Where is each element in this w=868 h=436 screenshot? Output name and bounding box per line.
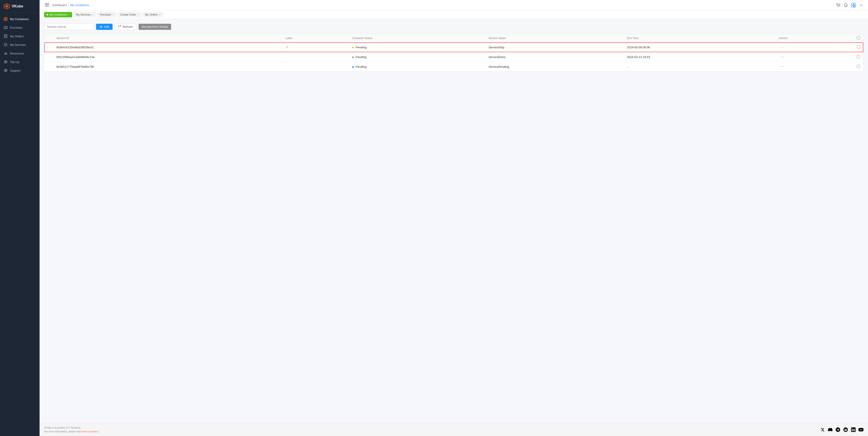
reddit-icon[interactable] <box>843 427 848 432</box>
sidebar-item-my-services[interactable]: My Services <box>0 40 39 49</box>
edit-icon-1[interactable] <box>285 46 289 49</box>
footer-line2: For more information, please visit www.v… <box>44 430 98 434</box>
row-container-status-2: Pending <box>349 52 485 62</box>
sidebar-item-resources[interactable]: Resources <box>0 49 39 58</box>
row-container-status-1: Pending <box>349 42 485 52</box>
tab-close-create-order[interactable]: × <box>137 13 139 16</box>
sidebar-item-label-my-containers: My Containers <box>10 18 29 21</box>
table-row: › 663b4c6235e98a53853fecf1 <box>44 42 863 52</box>
row-expand-cell: › <box>44 42 53 52</box>
sidebar-item-purchase[interactable]: Purchase <box>0 23 39 32</box>
row-expander-3[interactable]: › <box>48 66 50 68</box>
youtube-icon[interactable] <box>859 427 864 432</box>
footer-line1: VKube is a product of V Systems <box>44 426 98 430</box>
discord-icon[interactable] <box>828 427 833 432</box>
add-button[interactable]: Add <box>96 24 113 30</box>
row-expander-2[interactable]: › <box>48 56 50 59</box>
footer-link[interactable]: www.v.systems <box>82 430 98 433</box>
svg-rect-16 <box>854 3 856 5</box>
tab-close-purchase[interactable]: × <box>113 13 114 16</box>
telegram-icon[interactable] <box>835 427 840 432</box>
sidebar-item-label-my-services: My Services <box>10 43 26 46</box>
svg-rect-4 <box>6 18 7 19</box>
table-row: › 65f12098ea414a69d646c13e - Pending Ser… <box>44 52 863 62</box>
row-service-id-2: 65f12098ea414a69d646c13e <box>53 52 282 62</box>
sidebar-item-label-top-up: Top Up <box>10 60 19 64</box>
svg-rect-15 <box>851 3 853 5</box>
status-dot-gray-2 <box>352 57 354 58</box>
sidebar-item-support[interactable]: Support <box>0 66 39 75</box>
row-expander-1[interactable]: › <box>48 46 50 49</box>
service-secret-input[interactable] <box>44 24 94 30</box>
row-service-id-1: 663b4c6235e98a53853fecf1 <box>53 42 282 52</box>
row-checkbox-cell-1 <box>854 42 863 52</box>
row-service-id-3: 663b511775dadf97fdd5e796 <box>53 62 282 72</box>
tab-my-orders[interactable]: My Orders × <box>143 12 163 18</box>
breadcrumb-separator: / <box>68 3 69 7</box>
tab-my-containers[interactable]: My Containers × <box>44 12 72 18</box>
services-icon <box>4 43 8 47</box>
row-checkbox-3[interactable] <box>857 65 860 68</box>
brand-name: VKube <box>12 4 23 8</box>
toolbar: Add Refresh Secrets from VKube <box>44 24 864 30</box>
svg-rect-3 <box>4 18 5 19</box>
row-expand-cell: › <box>44 52 53 62</box>
row-label-1 <box>282 42 349 52</box>
row-actions-1: ··· <box>776 42 854 52</box>
sidebar-logo[interactable]: VKube <box>0 0 39 13</box>
containers-table: Service ID Label Container Status Servic… <box>44 34 863 72</box>
add-button-label: Add <box>104 25 109 29</box>
svg-point-14 <box>839 6 839 7</box>
more-actions-btn-2[interactable]: ··· <box>779 55 786 59</box>
support-icon <box>4 68 8 72</box>
sidebar-item-top-up[interactable]: Top Up <box>0 58 39 66</box>
breadcrumb-current: My Containers <box>70 3 89 7</box>
svg-rect-18 <box>854 5 856 7</box>
refresh-button[interactable]: Refresh <box>115 24 136 30</box>
tab-close-my-services[interactable]: × <box>92 13 94 16</box>
sidebar-item-my-containers[interactable]: My Containers <box>0 15 39 23</box>
row-checkbox-2[interactable] <box>857 55 860 58</box>
sidebar: VKube My Containers Purchase <box>0 0 39 436</box>
linkedin-icon[interactable] <box>851 427 856 432</box>
svg-rect-7 <box>4 27 7 29</box>
svg-point-12 <box>5 70 6 71</box>
main-content: Dashboard / My Containers <box>39 0 868 436</box>
more-actions-btn-1[interactable]: ··· <box>779 45 786 50</box>
tab-create-order[interactable]: Create Order × <box>118 12 141 18</box>
svg-rect-6 <box>6 19 7 21</box>
breadcrumb: Dashboard / My Containers <box>52 3 89 7</box>
user-dropdown-icon[interactable] <box>859 3 864 7</box>
th-container-status: Container Status <box>349 34 485 42</box>
footer-socials <box>820 427 864 432</box>
row-checkbox-1[interactable] <box>857 45 860 48</box>
hamburger-menu[interactable] <box>44 2 50 8</box>
tab-close-my-containers[interactable]: × <box>68 13 70 16</box>
bell-icon[interactable] <box>844 3 848 7</box>
row-actions-2: ··· <box>776 52 854 62</box>
row-actions-3: ··· <box>776 62 854 72</box>
tab-my-services[interactable]: My Services × <box>73 12 96 18</box>
cart-icon[interactable] <box>836 3 840 7</box>
orders-icon <box>4 34 8 38</box>
add-app-icon[interactable] <box>851 3 856 7</box>
containers-table-container: Service ID Label Container Status Servic… <box>44 34 864 72</box>
th-service-status: Service Status <box>485 34 624 42</box>
twitter-icon[interactable] <box>820 427 825 432</box>
secrets-button-label: Secrets from VKube <box>142 25 168 29</box>
tabs-bar: My Containers × My Services × Purchase ×… <box>39 10 868 19</box>
tab-label-purchase: Purchase <box>100 13 111 16</box>
row-end-time-2: 2024-03-13 19:43 <box>624 52 776 62</box>
more-actions-btn-3[interactable]: ··· <box>779 64 786 69</box>
select-all-checkbox[interactable] <box>857 36 860 39</box>
tab-close-my-orders[interactable]: × <box>159 13 160 16</box>
sidebar-item-my-orders[interactable]: My Orders <box>0 32 39 40</box>
vkube-logo-icon <box>4 3 10 9</box>
tab-purchase[interactable]: Purchase × <box>97 12 116 18</box>
purchase-icon <box>4 26 8 30</box>
row-checkbox-cell-3 <box>854 62 863 72</box>
topup-icon <box>4 60 8 64</box>
sidebar-item-label-resources: Resources <box>10 52 24 55</box>
breadcrumb-home[interactable]: Dashboard <box>52 3 67 7</box>
secrets-button[interactable]: Secrets from VKube <box>138 24 171 30</box>
